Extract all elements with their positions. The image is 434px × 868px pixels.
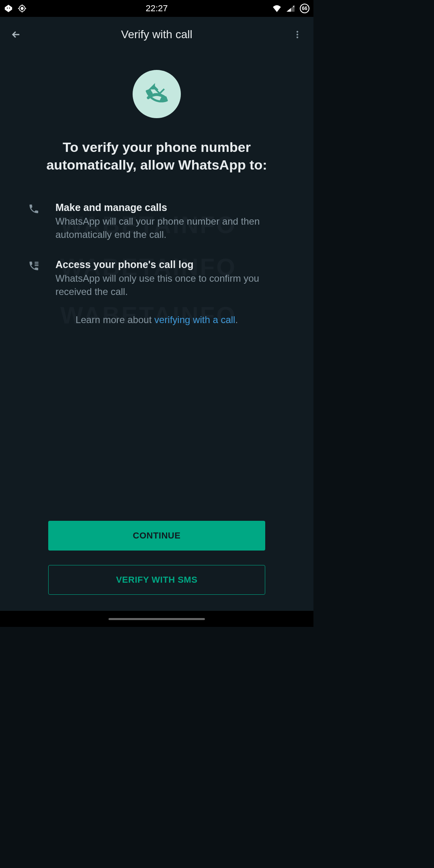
- svg-text:x: x: [293, 5, 295, 8]
- location-icon: [18, 4, 27, 13]
- svg-rect-13: [35, 264, 38, 264]
- svg-point-9: [297, 31, 298, 33]
- heading: To verify your phone number automaticall…: [16, 138, 297, 174]
- svg-point-2: [20, 7, 23, 10]
- svg-rect-12: [35, 262, 38, 263]
- permission-title: Make and manage calls: [55, 202, 285, 213]
- nav-pill[interactable]: [108, 618, 205, 620]
- phone-icon: [28, 203, 39, 241]
- signal-icon: x: [286, 5, 295, 12]
- svg-point-1: [9, 8, 10, 9]
- permission-desc: WhatsApp will call your phone number and…: [55, 215, 285, 241]
- svg-point-10: [297, 34, 298, 35]
- back-button[interactable]: [8, 27, 24, 43]
- page-title: Verify with call: [121, 28, 192, 41]
- permission-item-calls: Make and manage calls WhatsApp will call…: [28, 202, 285, 241]
- missed-call-hero-icon: [133, 70, 181, 118]
- permission-desc: WhatsApp will only use this once to conf…: [55, 272, 285, 298]
- more-menu-button[interactable]: [289, 27, 305, 43]
- permission-list: Make and manage calls WhatsApp will call…: [16, 202, 297, 316]
- permission-title: Access your phone's call log: [55, 259, 285, 270]
- status-time: 22:27: [145, 3, 168, 14]
- button-group: CONTINUE VERIFY WITH SMS: [0, 521, 313, 595]
- continue-button[interactable]: CONTINUE: [48, 521, 265, 551]
- status-bar: 22:27 x 66: [0, 0, 313, 17]
- main-content: WABETAINFO WABETAINFO WABETAINFO To veri…: [0, 52, 313, 611]
- learn-more-link[interactable]: verifying with a call: [154, 314, 235, 325]
- wifi-icon: [272, 5, 281, 12]
- call-log-icon: [28, 260, 39, 298]
- app-bar: Verify with call: [0, 17, 313, 52]
- learn-more-text: Learn more about verifying with a call.: [76, 314, 238, 326]
- verify-sms-button[interactable]: VERIFY WITH SMS: [48, 565, 265, 595]
- svg-rect-14: [35, 265, 38, 266]
- permission-item-calllog: Access your phone's call log WhatsApp wi…: [28, 259, 285, 298]
- svg-point-11: [297, 37, 298, 38]
- battery-icon: 66: [300, 4, 309, 13]
- svg-point-0: [7, 8, 8, 9]
- notification-icon: [4, 4, 13, 13]
- navigation-bar: [0, 611, 313, 627]
